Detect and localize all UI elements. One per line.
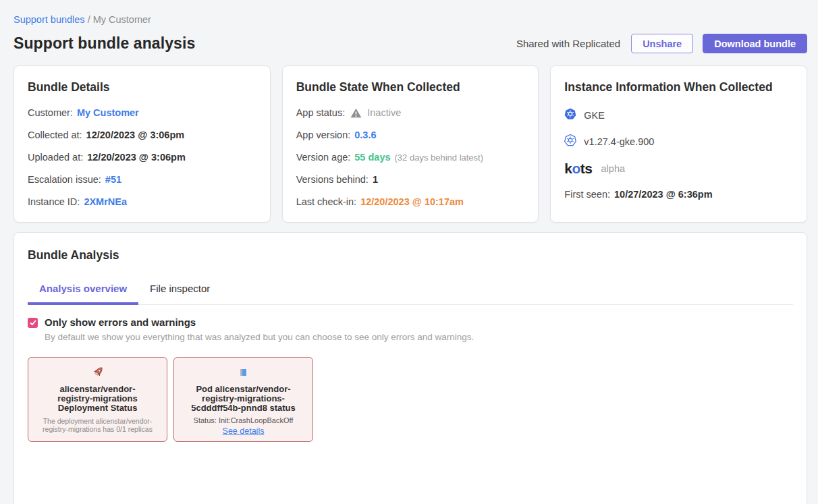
kots-version-value: alpha — [601, 163, 625, 174]
versions-behind-value: 1 — [373, 174, 378, 185]
distribution-value: GKE — [584, 110, 605, 121]
detail-label: Last check-in: — [296, 196, 356, 207]
collected-at-value: 12/20/2023 @ 3:06pm — [86, 130, 185, 140]
bundle-details-title: Bundle Details — [28, 80, 256, 94]
tab-analysis-overview[interactable]: Analysis overview — [28, 283, 138, 305]
warning-icon — [350, 108, 362, 118]
page-title: Support bundle analysis — [13, 34, 195, 53]
detail-label: App version: — [296, 130, 351, 140]
k8s-version-value: v1.27.4-gke.900 — [584, 136, 654, 147]
tab-file-inspector[interactable]: File inspector — [138, 283, 221, 304]
distribution-row: GKE — [564, 108, 793, 122]
k8s-version-row: v1.27.4-gke.900 — [564, 134, 793, 148]
filter-row: Only show errors and warnings By default… — [28, 316, 793, 342]
bundle-state-card: Bundle State When Collected App status: … — [282, 65, 539, 223]
page-header: Support bundle analysis Shared with Repl… — [13, 34, 807, 53]
bundle-state-title: Bundle State When Collected — [296, 80, 525, 94]
detail-label: First seen: — [564, 189, 610, 200]
info-cards-row: Bundle Details Customer: My Customer Col… — [13, 65, 807, 223]
version-age-row: Version age: 55 days (32 days behind lat… — [296, 152, 525, 163]
error-card-title: Pod alicenstar/vendor- registry-migratio… — [184, 385, 303, 413]
installer-row: kots alpha — [564, 161, 793, 177]
versions-behind-row: Versions behind: 1 — [296, 174, 525, 185]
detail-label: App status: — [296, 107, 346, 118]
detail-label: Version age: — [296, 152, 351, 163]
detail-row-customer: Customer: My Customer — [28, 107, 256, 118]
filter-label: Only show errors and warnings — [45, 316, 474, 328]
page: Support bundles / My Customer Support bu… — [0, 0, 818, 504]
first-seen-row: First seen: 10/27/2023 @ 6:36pm — [564, 189, 793, 200]
app-status-value: Inactive — [367, 107, 401, 118]
version-age-note: (32 days behind latest) — [395, 152, 484, 163]
detail-row-collected-at: Collected at: 12/20/2023 @ 3:06pm — [28, 130, 256, 140]
header-actions: Shared with Replicated Unshare Download … — [516, 34, 807, 53]
detail-row-uploaded-at: Uploaded at: 12/20/2023 @ 3:06pm — [28, 152, 256, 163]
instance-info-card: Instance Information When Collected GKE … — [550, 65, 807, 223]
detail-label: Customer: — [28, 107, 73, 118]
bundle-analysis-title: Bundle Analysis — [28, 248, 793, 262]
checkmark-icon — [30, 320, 36, 326]
first-seen-value: 10/27/2023 @ 6:36pm — [614, 189, 713, 200]
filter-description: By default we show you everything that w… — [45, 332, 474, 342]
error-card-status: Status: Init:CrashLoopBackOff — [184, 416, 303, 424]
breadcrumb: Support bundles / My Customer — [13, 0, 807, 25]
breadcrumb-separator: / — [88, 14, 93, 25]
analysis-tabs: Analysis overview File inspector — [28, 283, 793, 305]
kots-logo-o: o — [572, 161, 580, 176]
analysis-error-card-pod-status[interactable]: Pod alicenstar/vendor- registry-migratio… — [173, 357, 313, 442]
app-status-row: App status: Inactive — [296, 107, 525, 118]
unshare-button[interactable]: Unshare — [631, 34, 693, 53]
broken-image-icon — [184, 364, 303, 381]
error-card-message: The deployment alicenstar/vendor- regist… — [38, 417, 157, 434]
escalation-issue-link[interactable]: #51 — [105, 174, 121, 185]
detail-label: Escalation issue: — [28, 174, 101, 185]
analysis-error-card-deployment[interactable]: alicenstar/vendor- registry-migrations D… — [28, 357, 167, 442]
bundle-details-card: Bundle Details Customer: My Customer Col… — [13, 65, 271, 223]
kots-logo: kots — [564, 161, 592, 177]
gke-icon — [564, 108, 576, 122]
bundle-analysis-card: Bundle Analysis Analysis overview File i… — [13, 232, 807, 504]
instance-info-title: Instance Information When Collected — [564, 80, 793, 94]
last-checkin-value: 12/20/2023 @ 10:17am — [360, 196, 464, 207]
detail-label: Collected at: — [28, 130, 82, 140]
uploaded-at-value: 12/20/2023 @ 3:06pm — [87, 152, 186, 163]
detail-label: Uploaded at: — [28, 152, 83, 163]
customer-link[interactable]: My Customer — [77, 107, 139, 118]
rocket-icon — [38, 364, 157, 381]
detail-label: Versions behind: — [296, 174, 369, 185]
detail-row-instance-id: Instance ID: 2XMrNEa — [28, 196, 256, 207]
app-version-link[interactable]: 0.3.6 — [354, 130, 376, 140]
breadcrumb-link-support-bundles[interactable]: Support bundles — [13, 14, 85, 25]
detail-row-escalation-issue: Escalation issue: #51 — [28, 174, 256, 185]
analysis-results: alicenstar/vendor- registry-migrations D… — [28, 357, 793, 442]
instance-id-link[interactable]: 2XMrNEa — [84, 196, 127, 207]
shared-status-text: Shared with Replicated — [516, 38, 620, 49]
detail-label: Instance ID: — [28, 196, 80, 207]
app-version-row: App version: 0.3.6 — [296, 130, 525, 140]
errors-warnings-checkbox[interactable] — [28, 318, 38, 328]
last-checkin-row: Last check-in: 12/20/2023 @ 10:17am — [296, 196, 525, 207]
filter-text: Only show errors and warnings By default… — [45, 316, 474, 342]
see-details-link[interactable]: See details — [223, 426, 265, 436]
version-age-value: 55 days — [354, 152, 390, 163]
kubernetes-icon — [564, 134, 576, 148]
error-card-title: alicenstar/vendor- registry-migrations D… — [38, 385, 157, 413]
breadcrumb-current: My Customer — [93, 14, 151, 25]
download-bundle-button[interactable]: Download bundle — [703, 34, 807, 53]
